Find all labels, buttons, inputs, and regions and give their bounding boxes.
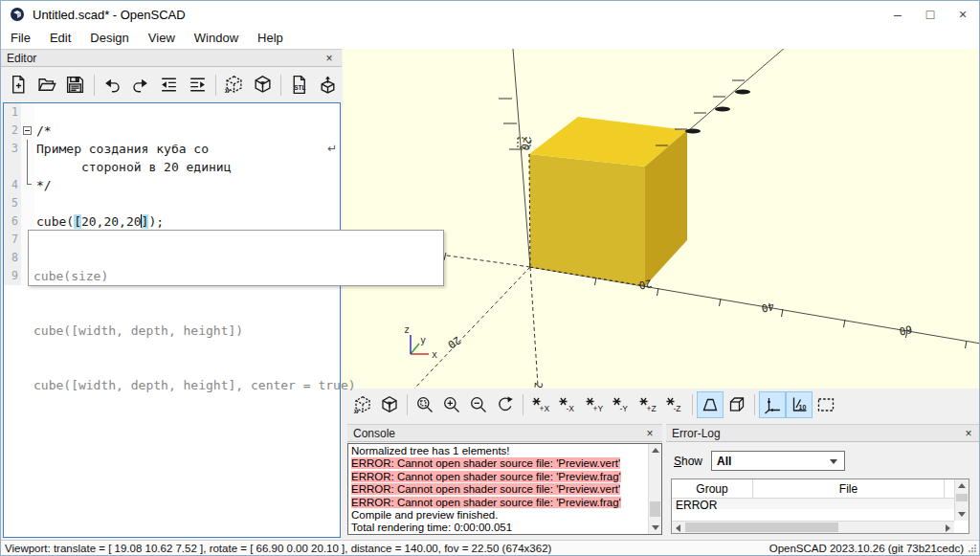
maximize-button[interactable]: □ <box>914 1 947 28</box>
code-line: 2/* <box>4 122 340 140</box>
menu-view[interactable]: View <box>139 28 185 49</box>
code-text <box>34 103 36 122</box>
column-header-group[interactable]: Group <box>672 479 753 498</box>
errorlog-table: Group File ERROR <box>671 478 969 534</box>
scroll-right-icon[interactable] <box>942 522 954 534</box>
editor-close-icon[interactable]: × <box>323 52 336 65</box>
column-header-file[interactable]: File <box>753 479 945 498</box>
open-file-button[interactable] <box>33 71 62 100</box>
fold-marker-icon[interactable] <box>23 126 32 135</box>
svg-text:-X: -X <box>567 404 575 413</box>
view-plus-z-button[interactable]: +Z <box>635 391 661 418</box>
console-output[interactable]: Normalized tree has 1 elements!ERROR: Ca… <box>347 443 662 535</box>
redo-button[interactable] <box>126 71 155 100</box>
view-all-button[interactable] <box>813 391 839 418</box>
perspective-icon <box>701 395 720 414</box>
send-3d-icon <box>318 75 338 95</box>
export-stl-icon: STL <box>289 75 309 95</box>
openscad-logo-icon <box>10 7 25 22</box>
viewport-status-text: Viewport: translate = [ 19.08 10.62 7.52… <box>1 543 551 554</box>
line-number: 5 <box>4 194 21 212</box>
x-axis-label-60: 60 <box>898 322 913 337</box>
console-scrollbar[interactable] <box>648 444 661 534</box>
view-minus-y-button[interactable]: -Y <box>608 391 635 418</box>
editor-panel-title: Editor <box>1 52 36 65</box>
scroll-up-icon[interactable] <box>955 479 968 492</box>
menu-window[interactable]: Window <box>185 28 248 49</box>
scroll-thumb[interactable] <box>650 501 660 517</box>
perspective-view-button[interactable] <box>697 391 724 418</box>
toolbar-separator <box>692 394 693 415</box>
close-button[interactable]: × <box>947 1 979 28</box>
open-folder-icon <box>37 75 57 95</box>
console-close-icon[interactable]: × <box>643 427 657 440</box>
undo-button[interactable] <box>99 71 127 100</box>
errorlog-panel: Error-Log × Show All Group File <box>666 424 980 540</box>
errorlog-hscrollbar[interactable] <box>672 521 954 533</box>
unindent-button[interactable] <box>155 71 184 100</box>
send-to-printer-button[interactable] <box>313 71 342 100</box>
errorlog-close-icon[interactable]: × <box>962 427 975 440</box>
indent-button[interactable] <box>183 71 212 100</box>
line-number: 7 <box>4 231 21 249</box>
new-file-button[interactable] <box>5 71 33 100</box>
indent-icon <box>188 75 208 95</box>
tooltip-line: cube([width, depth, height]) <box>33 322 443 340</box>
scroll-down-icon[interactable] <box>649 522 661 534</box>
menu-edit[interactable]: Edit <box>40 28 80 49</box>
view-plus-x-button[interactable]: +X <box>527 391 554 418</box>
minimize-button[interactable]: – <box>881 1 914 28</box>
view-minus-x-button[interactable]: -X <box>554 391 581 418</box>
console-error-message: ERROR: Cannot open shader source file: '… <box>351 497 646 509</box>
svg-text:+Y: +Y <box>593 404 604 413</box>
code-text: cube([20,20,20]); <box>34 212 164 231</box>
show-scale-markers-button[interactable]: 10 <box>786 391 813 418</box>
errorlog-group-cell: ERROR <box>672 499 753 509</box>
view-minus-z-button[interactable]: -Z <box>661 391 688 418</box>
export-stl-button[interactable]: STL <box>285 71 314 100</box>
render-button[interactable] <box>248 71 277 100</box>
cube-front-face <box>529 154 645 286</box>
scroll-thumb[interactable] <box>685 523 838 532</box>
view-plus-y-button[interactable]: +Y <box>581 391 608 418</box>
code-text: Пример создания куба со <box>34 140 209 158</box>
resize-grip[interactable] <box>968 544 977 553</box>
console-message: Compile and preview finished. <box>351 509 646 522</box>
neg-x-tick <box>444 253 446 260</box>
z-axis <box>513 49 530 267</box>
scroll-up-icon[interactable] <box>649 444 661 456</box>
errorlog-vscrollbar[interactable] <box>954 479 969 521</box>
orthogonal-view-button[interactable] <box>724 391 750 418</box>
menu-file[interactable]: File <box>1 28 40 49</box>
code-text: стороной в 20 единиц <box>34 158 232 176</box>
undo-icon <box>102 75 122 95</box>
render-icon <box>253 75 273 95</box>
scroll-down-icon[interactable] <box>955 508 968 521</box>
fold-column <box>21 140 34 158</box>
scroll-thumb[interactable] <box>956 494 968 501</box>
zoom-out-icon <box>469 395 488 414</box>
editor-panel-header: Editor × <box>1 49 342 67</box>
menu-design[interactable]: Design <box>80 28 138 49</box>
show-axes-button[interactable] <box>759 391 786 418</box>
console-message: Normalized tree has 1 elements! <box>351 445 646 457</box>
save-button[interactable] <box>61 71 90 100</box>
line-number: 8 <box>4 249 21 267</box>
tooltip-line: cube([width, depth, height], center = tr… <box>33 376 443 394</box>
reset-view-button[interactable] <box>492 391 519 418</box>
menu-help[interactable]: Help <box>248 28 293 49</box>
fold-column[interactable] <box>21 122 34 140</box>
code-text: /* <box>34 122 52 140</box>
tooltip-line: cube(size) <box>33 267 443 285</box>
errorlog-filter-dropdown[interactable]: All <box>711 451 845 471</box>
preview-button[interactable]: » <box>220 71 249 100</box>
y-axis-labels <box>685 89 750 133</box>
cube-model <box>529 117 687 286</box>
line-number: 1 <box>4 103 21 122</box>
errorlog-file-cell <box>753 499 945 509</box>
scroll-left-icon[interactable] <box>672 522 684 534</box>
zoom-out-button[interactable] <box>465 391 492 418</box>
svg-text:+Z: +Z <box>647 404 657 413</box>
errorlog-row[interactable]: ERROR <box>672 499 969 509</box>
svg-text:10: 10 <box>799 403 807 410</box>
